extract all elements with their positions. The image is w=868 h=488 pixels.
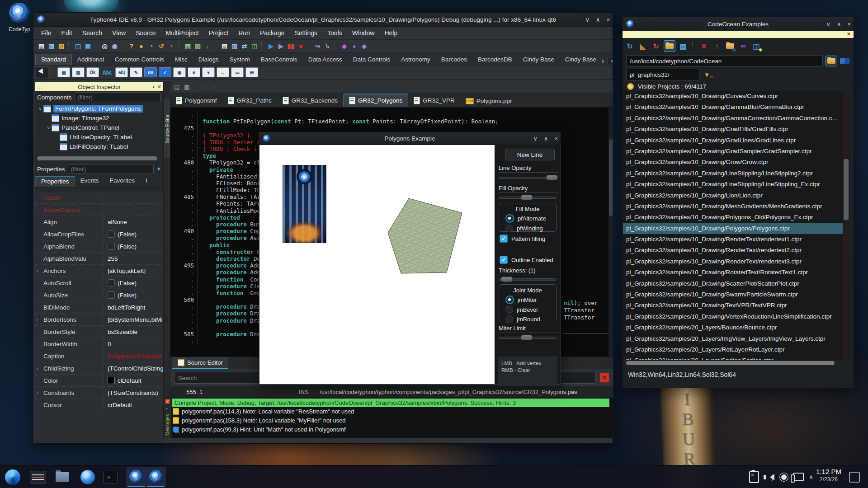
outline-enabled-checkbox[interactable]: ✓ Outline Enabled: [500, 256, 553, 264]
editor-tab-polygons.ppr[interactable]: PPRPolygons.ppr: [460, 95, 518, 107]
properties-filter-input[interactable]: [68, 164, 154, 174]
example-list-item[interactable]: pl_Graphics32/samples/10_Drawing/GammaCo…: [623, 113, 843, 124]
find-next-icon[interactable]: ◉: [110, 42, 119, 51]
step-into-icon[interactable]: ↳: [323, 42, 332, 51]
close-icon[interactable]: ×: [606, 16, 610, 23]
editor-tab-gr32_vpr[interactable]: GR32_VPR: [408, 94, 460, 107]
pattern-filling-checkbox[interactable]: ✓ Pattern filling: [500, 235, 545, 243]
taskbar-task-manager[interactable]: [30, 469, 46, 485]
property-value[interactable]: bdLeftToRight: [104, 304, 163, 311]
message-row[interactable]: polygonsmf.pas(99,3) Hint: Unit "Math" n…: [173, 426, 346, 433]
components-filter-input[interactable]: [75, 92, 160, 102]
tree-item[interactable]: Image: TImage32: [35, 113, 163, 123]
menu-project[interactable]: Project: [204, 29, 234, 37]
inspector-tab-events[interactable]: Events: [75, 176, 104, 187]
run-icon[interactable]: ▶: [267, 42, 275, 51]
attach-icon[interactable]: ◈: [360, 42, 368, 51]
step-over-icon[interactable]: ↪: [313, 42, 322, 51]
example-list-item[interactable]: pl_Graphics32/samples/10_Drawing/Polygon…: [623, 212, 843, 223]
horizontal-scrollbar[interactable]: [626, 361, 835, 365]
property-row[interactable]: AutoSize(False): [35, 289, 163, 301]
stop-icon[interactable]: ■: [297, 42, 305, 51]
palette-tab-additional[interactable]: Additional: [72, 54, 109, 65]
example-list-item[interactable]: pl_Graphics32/samples/10_Drawing/Lion/Li…: [623, 190, 843, 201]
expand-icon[interactable]: ›: [37, 390, 38, 395]
message-row[interactable]: polygonsmf.pas(158,3) Note: Local variab…: [173, 417, 346, 424]
minimize-icon[interactable]: ∨: [585, 16, 590, 23]
palette-tab-data-access[interactable]: Data Access: [303, 54, 348, 65]
property-row[interactable]: ›Anchors[akTop,akLeft]: [35, 265, 163, 277]
property-row[interactable]: BorderStylebsSizeable: [35, 326, 163, 338]
property-row[interactable]: CursorcrDefault: [35, 399, 163, 411]
back-icon[interactable]: ←: [201, 84, 207, 90]
app-titlebar[interactable]: Polygons Example ∨ ∧ ×: [259, 132, 561, 145]
checkbox-unchecked-icon[interactable]: [108, 230, 115, 238]
editor-tab-gr32_paths[interactable]: GR32_Paths: [222, 94, 277, 107]
radio-jointmode-jmround[interactable]: jmRound: [505, 315, 556, 323]
example-list-item[interactable]: pl_Graphics32/samples/20_Layers/Sprites/…: [623, 355, 843, 360]
vertical-scrollbar[interactable]: [609, 108, 613, 357]
tree-item[interactable]: ∨FormPolygons: TFormPolygons: [35, 104, 163, 113]
radio-jointmode-jmbevel[interactable]: jmBevel: [505, 306, 556, 314]
property-value[interactable]: (False): [104, 291, 163, 299]
filter-input[interactable]: [626, 69, 699, 80]
toggle-form-icon[interactable]: ⇄: [240, 42, 249, 51]
example-list-item[interactable]: pl_Graphics32/samples/10_Drawing/Scatter…: [623, 278, 843, 289]
refresh-icon[interactable]: ↺: [157, 42, 165, 51]
example-list-item[interactable]: pl_Graphics32/samples/10_Drawing/GradFil…: [623, 124, 843, 135]
gear-icon[interactable]: ●: [137, 42, 146, 51]
maximize-icon[interactable]: ∧: [596, 16, 600, 23]
maximize-icon[interactable]: ∧: [837, 21, 841, 28]
property-value[interactable]: (False): [104, 230, 163, 238]
new-form-icon[interactable]: ▥: [47, 42, 56, 51]
palette-overflow-arrow[interactable]: ›: [602, 57, 604, 65]
checkbox-unchecked-icon[interactable]: [108, 279, 115, 286]
label-icon[interactable]: Abc: [101, 67, 113, 77]
close-icon[interactable]: ✕: [846, 32, 851, 37]
palette-tab-basecontrols[interactable]: BaseControls: [255, 54, 303, 65]
palette-tab-astronomy[interactable]: Astronomy: [396, 54, 436, 65]
menu-search[interactable]: Search: [77, 29, 107, 37]
property-row[interactable]: ActiveControl: [35, 204, 163, 216]
tree-item[interactable]: LblFillOpacity: TLabel: [35, 142, 163, 151]
expand-icon[interactable]: ›: [37, 268, 38, 273]
clipboard-tray-icon[interactable]: [746, 465, 762, 488]
inspector-tab-favorites[interactable]: Favorites: [104, 176, 141, 187]
desktop-shortcut-codetyphon[interactable]: CodeTyp: [6, 3, 33, 33]
editor-split-divider[interactable]: [562, 333, 610, 334]
drag-grip-icon[interactable]: ::::: [37, 84, 44, 89]
property-row[interactable]: AlphaBlendValu255: [35, 253, 163, 265]
ide-titlebar[interactable]: Typhon64 IDE v8.9 - GR32 Polygons Exampl…: [33, 13, 613, 27]
menu-help[interactable]: Help: [379, 29, 402, 37]
menu-tools[interactable]: Tools: [322, 29, 347, 37]
example-list-item[interactable]: pl_Graphics32/samples/20_Layers/RotLayer…: [623, 344, 843, 355]
property-row[interactable]: AutoScroll(False): [35, 277, 163, 289]
messages-vertical-tab[interactable]: Messages: [165, 413, 171, 437]
property-row[interactable]: AlignalNone: [35, 216, 163, 228]
taskbar-typhon-ide[interactable]: [127, 468, 145, 487]
example-list-item[interactable]: pl_Graphics32/samples/20_Layers/Bounce/B…: [623, 322, 843, 333]
view-units-icon[interactable]: ▤: [220, 42, 229, 51]
example-list-item[interactable]: pl_Graphics32/samples/10_Drawing/LineSti…: [623, 179, 843, 190]
menu-view[interactable]: View: [107, 29, 131, 37]
clock2-icon[interactable]: ◔: [167, 42, 175, 51]
taskbar-typhon-app[interactable]: [147, 468, 165, 487]
palette-tab-standard[interactable]: Standard: [35, 54, 72, 65]
build-icon[interactable]: ◆: [340, 42, 349, 51]
help-icon[interactable]: ?: [127, 42, 136, 51]
view-forms-icon[interactable]: ▥: [230, 42, 239, 51]
tree-item[interactable]: ∨PanelControl: TPanel: [35, 123, 163, 132]
palette-tab-cindy-base[interactable]: Cindy Base: [560, 54, 602, 65]
property-row[interactable]: Action: [35, 192, 163, 204]
copy-files-icon[interactable]: ▤: [678, 41, 689, 52]
open-package-icon[interactable]: ▨: [193, 42, 202, 51]
pause-icon[interactable]: ▮▮: [287, 42, 295, 51]
listbox-icon[interactable]: ≡: [188, 67, 200, 77]
app-launcher-button[interactable]: [5, 469, 21, 485]
codeocean-titlebar[interactable]: CodeOcean Examples ∨ ∧ ×: [623, 17, 854, 31]
example-list-item[interactable]: pl_Graphics32/samples/10_Drawing/Polygon…: [623, 223, 843, 234]
form-icon[interactable]: ▤: [57, 67, 70, 77]
pointer-icon[interactable]: [36, 66, 48, 78]
help-book-icon[interactable]: [840, 58, 850, 64]
example-list-item[interactable]: pl_Graphics32/samples/10_Drawing/LineSti…: [623, 168, 843, 179]
